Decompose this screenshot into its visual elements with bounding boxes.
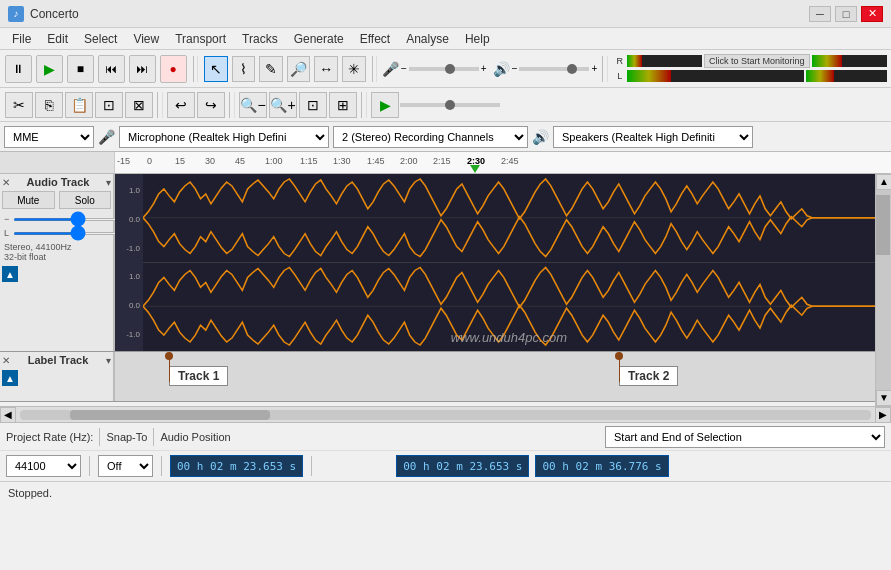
menu-edit[interactable]: Edit bbox=[39, 30, 76, 48]
pan-row: L R bbox=[4, 228, 109, 238]
label-text-2: Track 2 bbox=[619, 366, 678, 386]
sep5 bbox=[311, 456, 312, 476]
app-icon: ♪ bbox=[8, 6, 24, 22]
skip-back-button[interactable]: ⏮ bbox=[98, 55, 125, 83]
minimize-button[interactable]: ─ bbox=[809, 6, 831, 22]
selection-mode-select[interactable]: Start and End of Selection Start and Len… bbox=[605, 426, 885, 448]
skip-fwd-button[interactable]: ⏭ bbox=[129, 55, 156, 83]
menu-file[interactable]: File bbox=[4, 30, 39, 48]
skip-back-icon: ⏮ bbox=[105, 62, 117, 76]
waveform-view[interactable]: www.unduh4pc.com bbox=[143, 174, 875, 351]
menu-effect[interactable]: Effect bbox=[352, 30, 398, 48]
playback-volume-slider[interactable] bbox=[519, 67, 589, 71]
menu-tracks[interactable]: Tracks bbox=[234, 30, 286, 48]
timeshift-tool-button[interactable]: ↔ bbox=[314, 56, 338, 82]
vu-meter-top bbox=[627, 55, 702, 67]
snap-to-select[interactable]: Off bbox=[98, 455, 153, 477]
scale-bot-ch2: -1.0 bbox=[115, 330, 143, 339]
envelope-tool-button[interactable]: ⌇ bbox=[232, 56, 256, 82]
record-button[interactable]: ● bbox=[160, 55, 187, 83]
play-button[interactable]: ▶ bbox=[36, 55, 63, 83]
label-track-close[interactable]: ✕ bbox=[2, 355, 10, 366]
device-row: MME 🎤 Microphone (Realtek High Defini 2 … bbox=[0, 122, 891, 152]
playback-speed-slider[interactable] bbox=[400, 103, 500, 107]
vertical-scrollbar[interactable]: ▲ ▼ bbox=[875, 174, 891, 406]
channels-select[interactable]: 2 (Stereo) Recording Channels bbox=[333, 126, 528, 148]
project-rate-select[interactable]: 44100 bbox=[6, 455, 81, 477]
playback-cursor bbox=[470, 165, 480, 173]
label-track-name-row: ✕ Label Track ▾ bbox=[2, 354, 111, 366]
silence-button[interactable]: ⊠ bbox=[125, 92, 153, 118]
track-close-icon[interactable]: ✕ bbox=[2, 177, 10, 188]
snap-to-label: Snap-To bbox=[106, 431, 147, 443]
pause-button[interactable]: ⏸ bbox=[5, 55, 32, 83]
vu-click-monitor[interactable]: Click to Start Monitoring bbox=[704, 54, 810, 68]
select-tool-button[interactable]: ↖ bbox=[204, 56, 228, 82]
redo-button[interactable]: ↪ bbox=[197, 92, 225, 118]
paste-button[interactable]: 📋 bbox=[65, 92, 93, 118]
zoom-out-button[interactable]: 🔍− bbox=[239, 92, 267, 118]
timeline-ruler[interactable]: -15 0 15 30 45 1:00 1:15 1:30 1:45 2:00 … bbox=[0, 152, 891, 174]
selection-end-display[interactable]: 00 h 02 m 36.776 s bbox=[535, 455, 668, 477]
speakers-select[interactable]: Speakers (Realtek High Definiti bbox=[553, 126, 753, 148]
sep3 bbox=[89, 456, 90, 476]
undo-button[interactable]: ↩ bbox=[167, 92, 195, 118]
menu-generate[interactable]: Generate bbox=[286, 30, 352, 48]
menu-analyse[interactable]: Analyse bbox=[398, 30, 457, 48]
skip-fwd-icon: ⏭ bbox=[136, 62, 148, 76]
scroll-thumb[interactable] bbox=[876, 195, 890, 255]
maximize-button[interactable]: □ bbox=[835, 6, 857, 22]
cut-button[interactable]: ✂ bbox=[5, 92, 33, 118]
zoom-in-button[interactable]: 🔍+ bbox=[269, 92, 297, 118]
track-dropdown-icon[interactable]: ▾ bbox=[106, 177, 111, 188]
play-at-speed-button[interactable]: ▶ bbox=[371, 92, 399, 118]
draw-tool-button[interactable]: ✎ bbox=[259, 56, 283, 82]
scroll-right-button[interactable]: ▶ bbox=[875, 407, 891, 423]
solo-button[interactable]: Solo bbox=[59, 191, 112, 209]
microphone-select[interactable]: Microphone (Realtek High Defini bbox=[119, 126, 329, 148]
menu-view[interactable]: View bbox=[125, 30, 167, 48]
vu-l-label: L bbox=[613, 71, 627, 81]
scroll-up-button[interactable]: ▲ bbox=[876, 174, 891, 190]
label-text-1: Track 1 bbox=[169, 366, 228, 386]
multi-tool-button[interactable]: ✳ bbox=[342, 56, 366, 82]
mute-button[interactable]: Mute bbox=[2, 191, 55, 209]
toolbar-separator2 bbox=[372, 56, 377, 82]
speaker-icon: 🔊 bbox=[493, 61, 510, 77]
sep4 bbox=[161, 456, 162, 476]
vu-row-top: R Click to Start Monitoring bbox=[613, 54, 887, 68]
scroll-left-button[interactable]: ◀ bbox=[0, 407, 16, 423]
vol-min-label: − bbox=[512, 63, 518, 74]
h-scroll-track[interactable] bbox=[20, 410, 871, 420]
track-name-row: ✕ Audio Track ▾ bbox=[2, 176, 111, 188]
zoom-tool-button[interactable]: 🔎 bbox=[287, 56, 311, 82]
close-button[interactable]: ✕ bbox=[861, 6, 883, 22]
track-expand-button[interactable]: ▲ bbox=[2, 266, 18, 282]
pause-icon: ⏸ bbox=[12, 62, 24, 76]
label-track-view[interactable]: Track 1 Track 2 bbox=[115, 352, 875, 401]
zoom-full-button[interactable]: ⊞ bbox=[329, 92, 357, 118]
driver-select[interactable]: MME bbox=[4, 126, 94, 148]
track-mute-solo: Mute Solo bbox=[2, 191, 111, 209]
menu-help[interactable]: Help bbox=[457, 30, 498, 48]
scroll-down-button[interactable]: ▼ bbox=[876, 390, 891, 406]
selection-start-display[interactable]: 00 h 02 m 23.653 s bbox=[396, 455, 529, 477]
mic-volume-slider[interactable] bbox=[409, 67, 479, 71]
trim-button[interactable]: ⊡ bbox=[95, 92, 123, 118]
label-expand-button[interactable]: ▲ bbox=[2, 370, 18, 386]
stop-button[interactable]: ■ bbox=[67, 55, 94, 83]
svg-rect-0 bbox=[143, 174, 875, 263]
label-track-dropdown[interactable]: ▾ bbox=[106, 355, 111, 366]
h-scroll-thumb[interactable] bbox=[70, 410, 270, 420]
scroll-track[interactable] bbox=[876, 190, 891, 390]
menu-transport[interactable]: Transport bbox=[167, 30, 234, 48]
scale-bot-ch1: -1.0 bbox=[115, 244, 143, 253]
menu-select[interactable]: Select bbox=[76, 30, 125, 48]
label-track: ✕ Label Track ▾ ▲ Track 1 bbox=[0, 352, 875, 402]
copy-button[interactable]: ⎘ bbox=[35, 92, 63, 118]
label-expand-icon: ▲ bbox=[5, 373, 15, 384]
vol-max-label: + bbox=[591, 63, 597, 74]
zoom-fit-button[interactable]: ⊡ bbox=[299, 92, 327, 118]
audio-position-display[interactable]: 00 h 02 m 23.653 s bbox=[170, 455, 303, 477]
horizontal-scrollbar[interactable]: ◀ ▶ bbox=[0, 406, 891, 422]
